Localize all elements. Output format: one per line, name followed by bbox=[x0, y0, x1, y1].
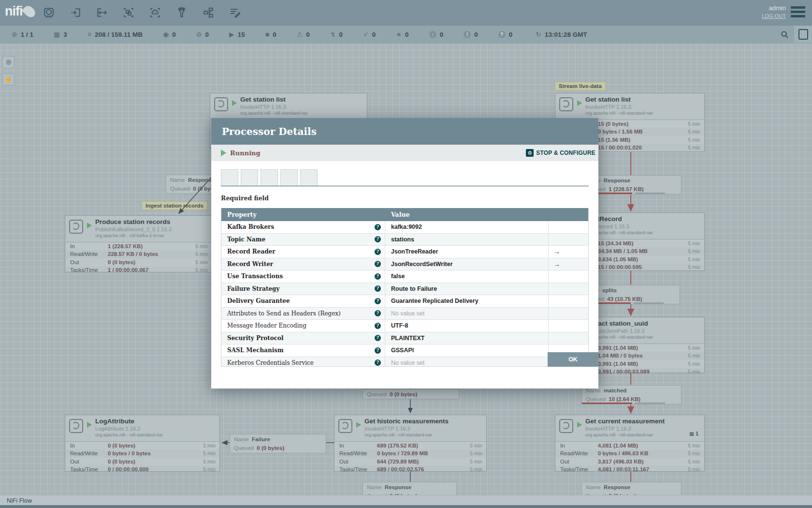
palette-button[interactable]: ☝ bbox=[2, 74, 14, 86]
processor-stats: In0 (0 bytes)5 min Read/Write0 bytes / 0… bbox=[65, 441, 219, 474]
property-value-cell[interactable]: stations bbox=[385, 234, 549, 246]
help-icon[interactable]: ? bbox=[375, 285, 381, 292]
processor[interactable]: Get current measurement InvokeHTTP 1.16.… bbox=[555, 415, 705, 472]
processor-stats: In1 (228.57 KB)5 min Read/Write228.57 KB… bbox=[65, 242, 212, 274]
search-icon[interactable] bbox=[775, 26, 794, 43]
refresh-status: ↻ 13:01:28 GMT bbox=[536, 31, 587, 38]
help-icon[interactable]: ? bbox=[375, 310, 381, 316]
property-value-cell[interactable]: UTF-8 bbox=[385, 320, 549, 332]
processor-bundle: org.apache.nifi - nifi-standard-nar bbox=[364, 432, 486, 438]
global-menu-icon[interactable] bbox=[791, 6, 805, 19]
process-group-icon[interactable] bbox=[119, 3, 138, 22]
processor-type: EvaluateJsonPath 1.16.3 bbox=[585, 328, 704, 334]
property-name-cell: Kerberos Credentials Service ? bbox=[221, 357, 385, 367]
label-icon[interactable] bbox=[226, 3, 244, 22]
property-value-cell[interactable]: PLAINTEXT bbox=[385, 332, 549, 344]
help-icon[interactable]: ? bbox=[375, 224, 381, 230]
status-item: ⊘ 0 bbox=[196, 31, 209, 38]
property-value-cell[interactable]: JsonTreeReader bbox=[385, 246, 549, 258]
dialog-body: Required field Property Value Kafka Brok… bbox=[211, 161, 598, 367]
dialog-tab[interactable] bbox=[280, 169, 298, 186]
property-extra-cell bbox=[549, 332, 588, 344]
status-value: 15 bbox=[238, 31, 245, 38]
input-port-icon[interactable] bbox=[66, 3, 85, 22]
help-icon[interactable]: ? bbox=[375, 298, 381, 304]
connection-label[interactable]: Queued 0 (0 bytes) bbox=[362, 389, 459, 399]
property-row: Topic Name ? stations bbox=[221, 234, 588, 246]
help-icon[interactable]: ? bbox=[375, 249, 381, 255]
required-field-note: Required field bbox=[221, 194, 589, 202]
running-status-icon bbox=[577, 100, 582, 106]
birdseye-icon[interactable] bbox=[794, 26, 812, 43]
ok-button[interactable]: OK bbox=[548, 352, 598, 367]
status-item: ◉ 0 bbox=[163, 31, 176, 38]
help-icon[interactable]: ? bbox=[375, 347, 381, 354]
processor-stamp-icon bbox=[214, 97, 228, 111]
processor-icon[interactable] bbox=[40, 3, 58, 22]
help-icon[interactable]: ? bbox=[375, 261, 381, 267]
property-extra-cell bbox=[549, 270, 588, 283]
property-name-cell: Attributes to Send as Headers (Regex) ? bbox=[221, 308, 385, 320]
property-value-cell[interactable]: No value set bbox=[385, 308, 549, 320]
logout-link[interactable]: LOG OUT bbox=[762, 12, 786, 20]
refresh-icon[interactable]: ↻ bbox=[536, 31, 541, 38]
palette-button[interactable]: ◎ bbox=[2, 56, 14, 68]
canv-label[interactable]: Ingest station records bbox=[142, 201, 207, 210]
go-to-service-icon[interactable]: → bbox=[553, 248, 560, 255]
property-value-cell[interactable]: Guarantee Replicated Delivery bbox=[385, 295, 549, 307]
help-icon[interactable]: ? bbox=[375, 359, 381, 366]
status-item: ↯ 0 bbox=[330, 31, 343, 38]
property-value-cell[interactable]: false bbox=[385, 270, 549, 283]
property-extra-cell bbox=[549, 295, 588, 307]
dialog-header: Processor Details bbox=[211, 118, 598, 145]
stop-and-configure-button[interactable]: ⚙ STOP & CONFIGURE bbox=[526, 149, 595, 157]
breadcrumb[interactable]: NiFi Flow bbox=[7, 497, 32, 504]
status-item: ≡ 208 / 159.11 MB bbox=[87, 31, 143, 38]
running-icon bbox=[221, 149, 226, 156]
running-status-icon bbox=[356, 422, 361, 428]
help-icon[interactable]: ? bbox=[375, 273, 381, 280]
dialog-tab[interactable] bbox=[241, 169, 258, 186]
processor-stamp-icon bbox=[559, 419, 573, 433]
property-row: Failure Strategy ? Route to Failure bbox=[221, 283, 588, 296]
help-icon[interactable]: ? bbox=[375, 335, 381, 341]
status-icon: ≡ bbox=[87, 31, 91, 38]
processor[interactable]: Produce station records PublishKafkaReco… bbox=[65, 215, 212, 272]
go-to-service-icon[interactable]: → bbox=[553, 260, 560, 268]
property-row: Record Writer ? JsonRecordSetWriter → bbox=[221, 258, 588, 271]
processor-title: Get current measurement bbox=[585, 418, 704, 425]
property-extra-cell: → bbox=[549, 258, 588, 270]
property-value-cell[interactable]: GSSAPI bbox=[385, 344, 549, 357]
property-extra-cell bbox=[549, 234, 588, 246]
property-value-cell[interactable]: JsonRecordSetWriter bbox=[385, 258, 549, 270]
status-item: ? 0 bbox=[498, 31, 513, 38]
dialog-tab[interactable] bbox=[261, 169, 278, 186]
output-port-icon[interactable] bbox=[93, 3, 111, 22]
processor-bundle: org.apache.nifi - nifi-standard-nar bbox=[585, 432, 704, 438]
property-row: Kerberos Credentials Service ? No value … bbox=[221, 357, 588, 367]
properties-table-header: Property Value bbox=[221, 208, 588, 221]
processor-stamp-icon bbox=[69, 220, 83, 234]
dialog-tab[interactable] bbox=[300, 169, 318, 186]
status-item: ⚠ 0 bbox=[297, 31, 310, 38]
connection-label[interactable]: Name Failure Queued 0 (0 bytes) bbox=[230, 434, 326, 453]
processor-title: Produce station records bbox=[95, 218, 212, 226]
property-extra-cell bbox=[549, 320, 588, 332]
property-value-cell[interactable]: No value set bbox=[385, 357, 549, 367]
property-value-cell[interactable]: Route to Failure bbox=[385, 283, 549, 295]
nifi-drop-icon bbox=[21, 3, 37, 19]
processor[interactable]: Get historic measurements InvokeHTTP 1.1… bbox=[334, 415, 487, 472]
template-icon[interactable] bbox=[199, 3, 218, 22]
help-icon[interactable]: ? bbox=[375, 236, 381, 242]
canv-label[interactable]: Stream live-data bbox=[555, 82, 606, 90]
top-toolbar: nifi admin LOG OUT bbox=[0, 0, 812, 26]
dialog-tab[interactable] bbox=[221, 169, 238, 186]
processor[interactable]: LogAttribute LogAttribute 1.16.3 org.apa… bbox=[65, 415, 220, 472]
property-name-cell: Delivery Guarantee ? bbox=[221, 295, 385, 307]
help-icon[interactable]: ? bbox=[375, 323, 381, 329]
status-value: 208 / 159.11 MB bbox=[95, 31, 143, 38]
funnel-icon[interactable] bbox=[173, 3, 191, 22]
status-icon: ■ bbox=[265, 31, 269, 38]
property-value-cell[interactable]: kafka:9092 bbox=[385, 221, 549, 233]
remote-process-group-icon[interactable] bbox=[146, 3, 164, 22]
